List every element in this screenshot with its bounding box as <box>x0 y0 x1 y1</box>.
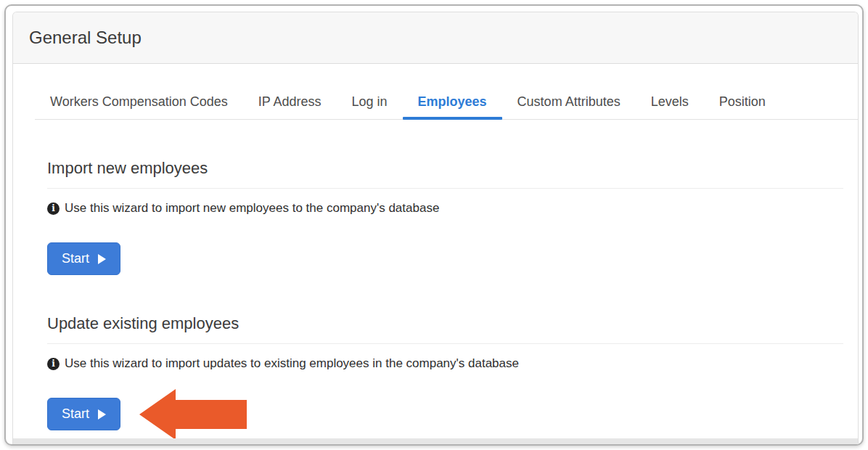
panel-header: General Setup <box>13 12 858 64</box>
section-heading: Update existing employees <box>47 314 843 344</box>
play-icon <box>98 254 106 264</box>
start-import-button[interactable]: Start <box>47 242 120 275</box>
tab-employees[interactable]: Employees <box>403 88 502 119</box>
section-description-row: i Use this wizard to import updates to e… <box>47 356 858 371</box>
start-button-label: Start <box>62 406 89 422</box>
section-update-existing-employees: Update existing employees i Use this wiz… <box>47 314 858 430</box>
section-description: Use this wizard to import updates to exi… <box>65 356 519 371</box>
tab-position[interactable]: Position <box>704 88 781 119</box>
update-button-row: Start <box>47 398 858 430</box>
info-circle-icon: i <box>47 202 60 215</box>
info-circle-icon: i <box>47 358 60 370</box>
orange-left-arrow-icon <box>139 389 248 440</box>
section-description-row: i Use this wizard to import new employee… <box>47 201 858 216</box>
tab-workers-compensation-codes[interactable]: Workers Compensation Codes <box>35 88 243 119</box>
start-update-button[interactable]: Start <box>47 398 120 430</box>
window-frame: General Setup Workers Compensation Codes… <box>4 4 864 446</box>
start-button-label: Start <box>62 251 89 266</box>
section-description: Use this wizard to import new employees … <box>65 201 439 216</box>
bottom-strip <box>13 438 858 444</box>
tab-ip-address[interactable]: IP Address <box>243 88 337 119</box>
tab-custom-attributes[interactable]: Custom Attributes <box>502 88 636 119</box>
general-setup-panel: General Setup Workers Compensation Codes… <box>12 12 859 444</box>
section-heading: Import new employees <box>47 159 843 189</box>
tab-levels[interactable]: Levels <box>636 88 704 119</box>
panel-body: Workers Compensation Codes IP Address Lo… <box>13 64 858 430</box>
page-title: General Setup <box>29 28 142 48</box>
tab-bar: Workers Compensation Codes IP Address Lo… <box>35 88 858 120</box>
tab-log-in[interactable]: Log in <box>337 88 403 119</box>
import-button-row: Start <box>47 242 858 275</box>
section-import-new-employees: Import new employees i Use this wizard t… <box>47 159 858 275</box>
play-icon <box>98 409 106 420</box>
